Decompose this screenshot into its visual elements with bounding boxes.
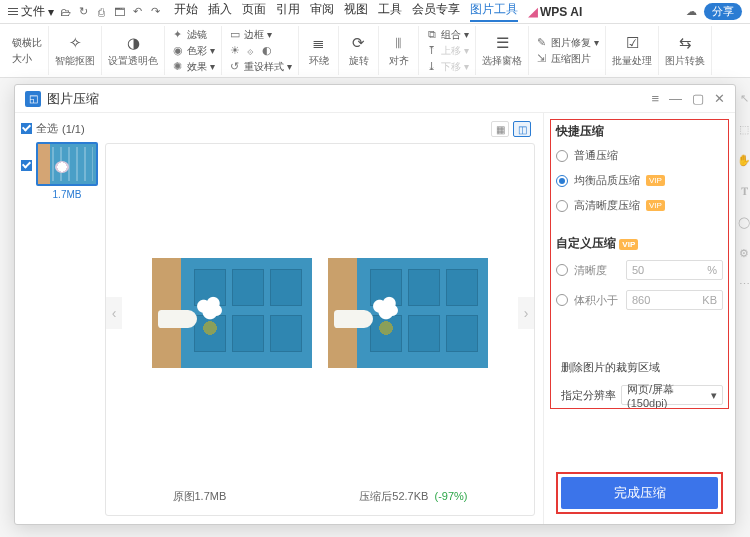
original-label: 原图1.7MB bbox=[173, 489, 227, 504]
ribbon-reset[interactable]: ↺重设样式▾ bbox=[228, 59, 292, 75]
next-image-button[interactable]: › bbox=[518, 297, 534, 329]
delete-crop-checkbox-row[interactable]: 删除图片的裁剪区域 bbox=[556, 360, 723, 375]
file-label: 文件 bbox=[21, 3, 45, 20]
vip-badge: VIP bbox=[646, 175, 665, 186]
tab-insert[interactable]: 插入 bbox=[208, 1, 232, 22]
hand-icon[interactable]: ✋ bbox=[737, 154, 750, 167]
ribbon-arrange-group: ⧉组合▾ ⤒上移▾ ⤓下移▾ bbox=[419, 26, 476, 75]
tab-start[interactable]: 开始 bbox=[174, 1, 198, 22]
select-all-checkbox[interactable] bbox=[21, 123, 32, 134]
tab-page[interactable]: 页面 bbox=[242, 1, 266, 22]
dpi-select[interactable]: 网页/屏幕(150dpi) ▾ bbox=[621, 385, 723, 405]
save-icon[interactable]: ↻ bbox=[76, 5, 90, 19]
dialog-title: 图片压缩 bbox=[47, 90, 99, 108]
custom-compress-title: 自定义压缩 VIP bbox=[556, 235, 723, 252]
dpi-checkbox-row[interactable]: 指定分辨率 网页/屏幕(150dpi) ▾ bbox=[556, 385, 723, 405]
vip-badge: VIP bbox=[619, 239, 638, 250]
close-icon[interactable]: ✕ bbox=[714, 91, 725, 106]
ribbon-border[interactable]: ▭边框▾ bbox=[228, 27, 272, 43]
text-icon[interactable]: 𝐓 bbox=[741, 185, 748, 198]
menu-icon bbox=[8, 11, 18, 12]
ribbon-compress[interactable]: ⇲压缩图片 bbox=[535, 51, 591, 67]
more-icon[interactable]: ⋯ bbox=[739, 278, 750, 291]
color-icon: ◉ bbox=[171, 44, 184, 57]
maximize-icon[interactable]: ▢ bbox=[692, 91, 704, 106]
tab-member[interactable]: 会员专享 bbox=[412, 1, 460, 22]
confirm-highlight: 完成压缩 bbox=[556, 472, 723, 514]
tab-picture-tools[interactable]: 图片工具 bbox=[470, 1, 518, 22]
confirm-compress-button[interactable]: 完成压缩 bbox=[561, 477, 718, 509]
radio-clear[interactable] bbox=[556, 200, 568, 212]
radio-size[interactable] bbox=[556, 294, 568, 306]
share-button[interactable]: 分享 bbox=[704, 3, 742, 20]
wps-ai-button[interactable]: ◢ WPS AI bbox=[528, 4, 582, 19]
minimize-icon[interactable]: — bbox=[669, 91, 682, 106]
option-normal[interactable]: 普通压缩 bbox=[556, 148, 723, 163]
reduction-percent: (-97%) bbox=[434, 490, 467, 502]
ribbon-effect[interactable]: ✺效果▾ bbox=[171, 59, 215, 75]
ribbon-group-btn[interactable]: ⧉组合▾ bbox=[425, 27, 469, 43]
ribbon-transparency[interactable]: ◑设置透明色 bbox=[102, 26, 165, 75]
movetop-icon: ⤒ bbox=[425, 44, 438, 57]
option-clear[interactable]: 高清晰度压缩 VIP bbox=[556, 198, 723, 213]
cloud-icon[interactable]: ☁ bbox=[684, 5, 698, 19]
clarity-input[interactable]: 50 % bbox=[626, 260, 723, 280]
prev-image-button[interactable]: ‹ bbox=[106, 297, 122, 329]
thumbnail-checkbox[interactable] bbox=[21, 160, 32, 171]
print-icon[interactable]: ⎙ bbox=[94, 5, 108, 19]
size-input[interactable]: 860 KB bbox=[626, 290, 723, 310]
menu-icon[interactable]: ≡ bbox=[651, 91, 659, 106]
ribbon-align[interactable]: ⫴对齐 bbox=[379, 26, 419, 75]
shape-icon[interactable]: ◯ bbox=[738, 216, 750, 229]
sun-icon[interactable]: ☀ bbox=[228, 44, 241, 57]
thumbnail-image[interactable] bbox=[36, 142, 98, 186]
side-toolstrip: ↖ ⬚ ✋ 𝐓 ◯ ⚙ ⋯ bbox=[738, 84, 750, 525]
quick-compress-title: 快捷压缩 bbox=[556, 123, 723, 140]
dialog-body: 全选 (1/1) 1.7MB ▦ ◫ ‹ bbox=[15, 113, 735, 524]
ribbon-filter[interactable]: ✦滤镜 bbox=[171, 27, 207, 43]
ribbon-smart-crop[interactable]: ✧智能抠图 bbox=[49, 26, 102, 75]
undo-icon[interactable]: ↶ bbox=[130, 5, 144, 19]
chevron-down-icon: ▾ bbox=[711, 389, 717, 402]
thumbnail-pane: 全选 (1/1) 1.7MB bbox=[15, 113, 105, 524]
open-folder-icon[interactable]: 🗁 bbox=[58, 5, 72, 19]
radio-balance[interactable] bbox=[556, 175, 568, 187]
ribbon-selection-pane[interactable]: ☰选择窗格 bbox=[476, 26, 529, 75]
batch-icon: ☑ bbox=[622, 33, 642, 53]
ribbon-batch[interactable]: ☑批量处理 bbox=[606, 26, 659, 75]
tab-tools[interactable]: 工具 bbox=[378, 1, 402, 22]
preview-icon[interactable]: 🗔 bbox=[112, 5, 126, 19]
contrast-icon[interactable]: ◐ bbox=[260, 44, 273, 57]
view-grid-button[interactable]: ▦ bbox=[491, 121, 509, 137]
repair-icon: ✎ bbox=[535, 36, 548, 49]
select-icon[interactable]: ⬚ bbox=[739, 123, 749, 136]
ribbon-repair[interactable]: ✎图片修复▾ bbox=[535, 35, 599, 51]
ribbon-convert[interactable]: ⇆图片转换 bbox=[659, 26, 712, 75]
misc-icon[interactable]: ⟐ bbox=[244, 44, 257, 57]
select-all-row[interactable]: 全选 (1/1) bbox=[21, 121, 99, 136]
ribbon-filter-group: ✦滤镜 ◉色彩▾ ✺效果▾ bbox=[165, 26, 222, 75]
chevron-down-icon: ▾ bbox=[48, 5, 54, 19]
preview-view-toggle: ▦ ◫ bbox=[105, 121, 535, 139]
tab-view[interactable]: 视图 bbox=[344, 1, 368, 22]
cursor-icon[interactable]: ↖ bbox=[740, 92, 749, 105]
ribbon-wrap[interactable]: ≣环绕 bbox=[299, 26, 339, 75]
view-compare-button[interactable]: ◫ bbox=[513, 121, 531, 137]
window-controls: ≡ — ▢ ✕ bbox=[651, 91, 725, 106]
tab-reference[interactable]: 引用 bbox=[276, 1, 300, 22]
tab-review[interactable]: 审阅 bbox=[310, 1, 334, 22]
compressed-image bbox=[328, 258, 488, 368]
top-menu: 文件 ▾ 🗁 ↻ ⎙ 🗔 ↶ ↷ 开始 插入 页面 引用 审阅 视图 工具 会员… bbox=[0, 0, 750, 24]
convert-icon: ⇆ bbox=[675, 33, 695, 53]
ai-label: WPS AI bbox=[540, 5, 582, 19]
radio-clarity[interactable] bbox=[556, 264, 568, 276]
redo-icon[interactable]: ↷ bbox=[148, 5, 162, 19]
ribbon-color[interactable]: ◉色彩▾ bbox=[171, 43, 215, 59]
file-menu[interactable]: 文件 ▾ bbox=[8, 3, 54, 20]
ribbon-rotate[interactable]: ⟳旋转 bbox=[339, 26, 379, 75]
radio-normal[interactable] bbox=[556, 150, 568, 162]
effect-icon: ✺ bbox=[171, 60, 184, 73]
option-balance[interactable]: 均衡品质压缩 VIP bbox=[556, 173, 723, 188]
settings-icon[interactable]: ⚙ bbox=[739, 247, 749, 260]
thumbnail-item[interactable]: 1.7MB bbox=[21, 142, 99, 200]
